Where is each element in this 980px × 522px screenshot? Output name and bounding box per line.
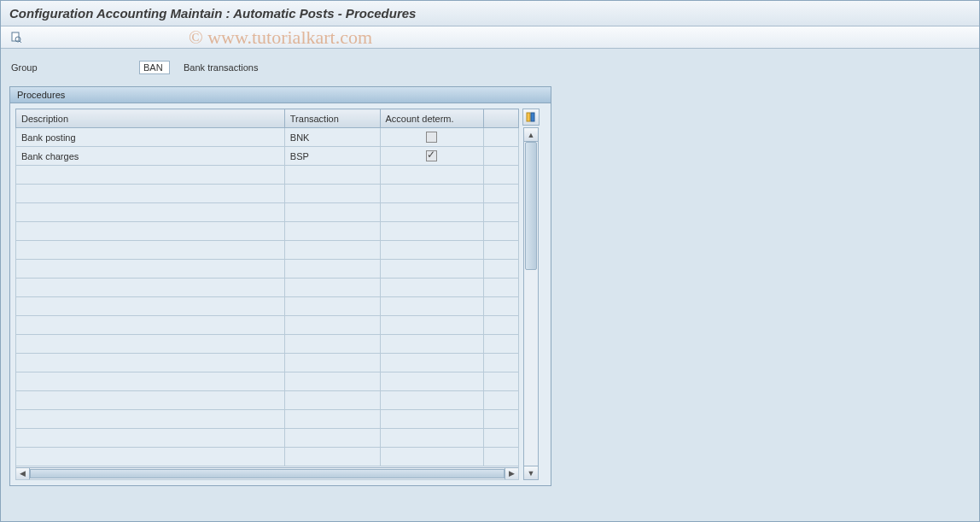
empty-cell — [16, 391, 285, 410]
cell-transaction[interactable]: BSP — [284, 147, 380, 166]
group-label: Group — [11, 62, 131, 73]
empty-cell — [16, 448, 285, 466]
empty-cell — [16, 260, 285, 279]
empty-cell — [484, 166, 519, 185]
empty-cell — [16, 185, 285, 203]
col-account-determ[interactable]: Account determ. — [380, 109, 484, 128]
content-area: Group BAN Bank transactions Procedures D… — [1, 49, 979, 495]
table-config-icon[interactable] — [522, 109, 540, 126]
empty-cell — [16, 241, 285, 260]
table-row[interactable] — [16, 354, 519, 372]
empty-cell — [16, 222, 285, 241]
empty-cell — [284, 354, 380, 372]
hscroll-row: ◀ ▶ — [16, 466, 519, 480]
empty-cell — [16, 297, 285, 316]
table-side-controls: ▲ ▼ — [521, 109, 541, 480]
empty-cell — [284, 391, 380, 410]
cell-transaction[interactable]: BNK — [284, 128, 380, 147]
group-row: Group BAN Bank transactions — [9, 57, 971, 86]
table-row[interactable] — [16, 391, 519, 410]
checkbox-icon[interactable] — [426, 150, 437, 161]
table-row[interactable] — [16, 297, 519, 316]
table-row[interactable] — [16, 203, 519, 222]
table-row[interactable]: Bank postingBNK — [16, 128, 519, 147]
empty-cell — [380, 203, 484, 222]
horizontal-scrollbar[interactable]: ◀ ▶ — [16, 467, 518, 479]
empty-cell — [484, 448, 519, 466]
page-title: Configuration Accounting Maintain : Auto… — [1, 1, 979, 26]
svg-rect-3 — [527, 113, 530, 121]
empty-cell — [16, 429, 285, 448]
empty-cell — [284, 448, 380, 466]
page-title-text: Configuration Accounting Maintain : Auto… — [9, 6, 416, 21]
table-row[interactable] — [16, 279, 519, 297]
empty-cell — [484, 241, 519, 260]
empty-cell — [484, 185, 519, 203]
cell-account-determ[interactable] — [380, 147, 484, 166]
empty-cell — [380, 279, 484, 297]
svg-line-2 — [20, 41, 21, 43]
group-value[interactable]: BAN — [139, 61, 170, 74]
hscroll-track[interactable] — [30, 468, 505, 479]
table-row[interactable] — [16, 316, 519, 335]
svg-rect-4 — [531, 113, 534, 121]
scroll-thumb[interactable] — [525, 142, 537, 270]
search-document-icon[interactable] — [8, 30, 25, 45]
procedures-panel: Procedures Description Transaction Accou… — [9, 86, 551, 486]
scroll-down-icon[interactable]: ▼ — [524, 466, 538, 479]
table-row[interactable] — [16, 410, 519, 429]
empty-cell — [284, 279, 380, 297]
table-row[interactable] — [16, 185, 519, 203]
empty-cell — [380, 241, 484, 260]
scroll-right-icon[interactable]: ▶ — [505, 468, 518, 479]
table-row[interactable] — [16, 335, 519, 354]
empty-cell — [16, 354, 285, 372]
empty-cell — [380, 391, 484, 410]
empty-cell — [380, 448, 484, 466]
table-row[interactable] — [16, 448, 519, 466]
vertical-scrollbar[interactable]: ▲ ▼ — [523, 127, 539, 480]
cell-description[interactable]: Bank posting — [16, 128, 285, 147]
empty-cell — [284, 260, 380, 279]
empty-cell — [16, 316, 285, 335]
empty-cell — [284, 241, 380, 260]
empty-cell — [484, 279, 519, 297]
empty-cell — [380, 260, 484, 279]
table-wrap: Description Transaction Account determ. … — [10, 103, 551, 485]
table-row[interactable] — [16, 429, 519, 448]
empty-cell — [380, 354, 484, 372]
empty-cell — [484, 335, 519, 354]
empty-cell — [284, 203, 380, 222]
cell-spacer — [484, 128, 519, 147]
empty-cell — [484, 260, 519, 279]
procedures-table: Description Transaction Account determ. … — [15, 109, 519, 480]
empty-cell — [484, 203, 519, 222]
table-row[interactable] — [16, 222, 519, 241]
scroll-up-icon[interactable]: ▲ — [524, 128, 538, 142]
col-description[interactable]: Description — [16, 109, 285, 128]
empty-cell — [16, 166, 285, 185]
empty-cell — [284, 166, 380, 185]
empty-cell — [484, 372, 519, 391]
col-transaction[interactable]: Transaction — [284, 109, 380, 128]
empty-cell — [284, 372, 380, 391]
empty-cell — [284, 335, 380, 354]
empty-cell — [284, 222, 380, 241]
cell-account-determ[interactable] — [380, 128, 484, 147]
table-row[interactable] — [16, 166, 519, 185]
empty-cell — [16, 279, 285, 297]
empty-cell — [484, 354, 519, 372]
hscroll-thumb[interactable] — [30, 469, 505, 478]
scroll-left-icon[interactable]: ◀ — [16, 468, 30, 479]
scroll-track[interactable] — [524, 142, 538, 466]
empty-cell — [380, 166, 484, 185]
empty-cell — [284, 297, 380, 316]
empty-cell — [380, 185, 484, 203]
checkbox-icon[interactable] — [426, 132, 437, 143]
table-row[interactable]: Bank chargesBSP — [16, 147, 519, 166]
table-row[interactable] — [16, 241, 519, 260]
empty-cell — [484, 410, 519, 429]
table-row[interactable] — [16, 260, 519, 279]
cell-description[interactable]: Bank charges — [16, 147, 285, 166]
table-row[interactable] — [16, 372, 519, 391]
